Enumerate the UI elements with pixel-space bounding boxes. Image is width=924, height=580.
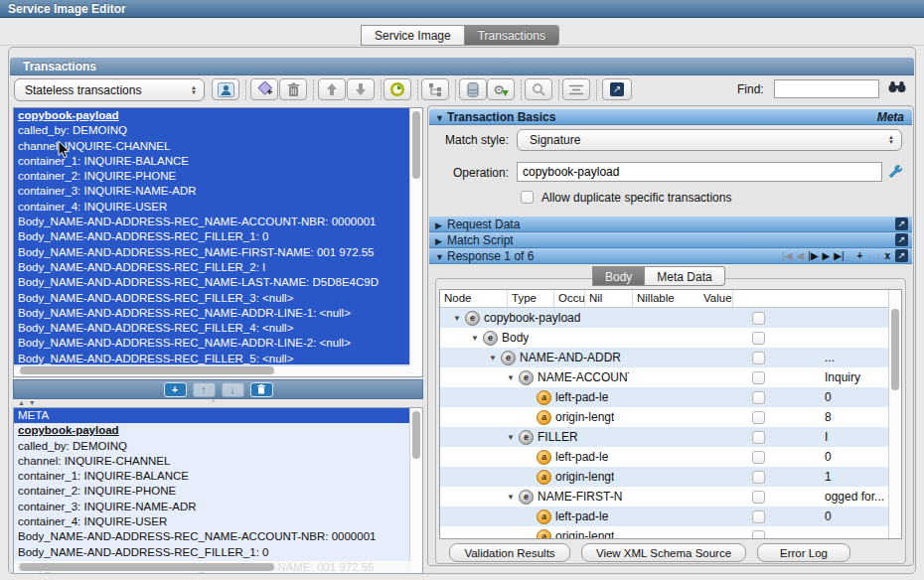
- add-transaction-button[interactable]: [250, 78, 278, 100]
- timing-button[interactable]: [384, 78, 411, 100]
- scrollbar-thumb[interactable]: [20, 563, 274, 571]
- move-response-up-icon[interactable]: ↑: [866, 248, 871, 264]
- data-store-button[interactable]: [459, 78, 487, 100]
- move-response-down-icon[interactable]: ↓: [875, 248, 880, 264]
- transaction-field-row[interactable]: copybook-payload: [14, 108, 410, 123]
- collapse-arrow-icon[interactable]: ▼: [435, 110, 447, 126]
- value-cell[interactable]: 0: [822, 390, 888, 404]
- value-cell[interactable]: 8: [822, 410, 888, 424]
- column-header[interactable]: Nil: [585, 290, 633, 307]
- tree-table-row[interactable]: ▼ a left-pad-le 0: [440, 387, 901, 407]
- move-row-down-button[interactable]: ↓: [222, 382, 244, 397]
- transaction-field-row[interactable]: container_3: INQUIRE-NAME-ADR: [14, 184, 410, 199]
- main-tab[interactable]: Service Image: [361, 25, 465, 46]
- splitter-collapse-icons[interactable]: ▲ ▼: [18, 399, 37, 406]
- scrollbar-thumb[interactable]: [891, 309, 899, 390]
- tree-table-row[interactable]: ▼ e NAME-AND-ADDR ...: [440, 348, 901, 367]
- transaction-field-row[interactable]: Body_NAME-AND-ADDRESS-REC_NAME-FIRST-NAM…: [14, 245, 410, 260]
- match-script-header[interactable]: ▶Match Script ↗: [429, 232, 912, 248]
- nil-checkbox[interactable]: [752, 471, 765, 484]
- response-header[interactable]: ▼Response 1 of 6 |◀ ◀ |▶ ▶ ▶| + ↑ ↓ x ↗: [429, 248, 912, 264]
- move-down-button[interactable]: [347, 78, 375, 100]
- open-external-button[interactable]: ↗: [602, 78, 632, 100]
- scrollbar-thumb[interactable]: [412, 411, 420, 459]
- delete-row-button[interactable]: [250, 382, 273, 397]
- response-tab[interactable]: Body: [592, 266, 645, 286]
- tree-view-button[interactable]: [421, 78, 449, 100]
- nil-checkbox[interactable]: [752, 451, 765, 464]
- expander-icon[interactable]: ▼: [507, 493, 519, 502]
- transaction-field-row[interactable]: container_4: INQUIRE-USER: [14, 200, 410, 215]
- nil-checkbox[interactable]: [752, 391, 765, 404]
- tree-table-row[interactable]: ▼ e NAME-ACCOUNT Inquiry: [440, 367, 901, 387]
- open-external-icon[interactable]: ↗: [895, 233, 908, 246]
- transaction-field-row[interactable]: Body_NAME-AND-ADDRESS-REC_FILLER_2: I: [14, 260, 410, 275]
- next-page-icon[interactable]: ▶: [823, 248, 831, 264]
- tree-table-row[interactable]: ▼ a origin-lengt 1: [440, 467, 901, 487]
- delete-response-icon[interactable]: x: [884, 248, 890, 264]
- nil-checkbox[interactable]: [752, 312, 765, 325]
- column-header[interactable]: Nillable: [633, 290, 699, 307]
- vertical-scrollbar[interactable]: [409, 408, 422, 574]
- value-cell[interactable]: I: [822, 430, 888, 444]
- nil-checkbox[interactable]: [752, 352, 765, 364]
- scrollbar-thumb[interactable]: [20, 366, 274, 374]
- transaction-field-row[interactable]: Body_NAME-AND-ADDRESS-REC_NAME-ADDR-LINE…: [14, 306, 410, 321]
- meta-field-row[interactable]: Body_NAME-AND-ADDRESS-REC_NAME-ACCOUNT-N…: [14, 529, 422, 544]
- meta-field-row[interactable]: Body_NAME-AND-ADDRESS-REC_FILLER_1: 0: [14, 545, 422, 560]
- response-tab[interactable]: Meta Data: [645, 266, 724, 286]
- horizontal-scrollbar[interactable]: [14, 364, 422, 376]
- horizontal-scrollbar[interactable]: [14, 561, 422, 573]
- value-cell[interactable]: 0: [822, 450, 888, 464]
- transaction-mode-dropdown[interactable]: Stateless transactions ▲▼: [14, 78, 205, 101]
- transaction-field-row[interactable]: Body_NAME-AND-ADDRESS-REC_FILLER_4: <nul…: [14, 321, 410, 336]
- column-header[interactable]: Value: [699, 290, 733, 307]
- tree-table-row[interactable]: ▼ a left-pad-le 0: [440, 507, 901, 526]
- transaction-field-row[interactable]: container_2: INQUIRE-PHONE: [14, 169, 410, 184]
- nil-checkbox[interactable]: [752, 491, 765, 504]
- expander-icon[interactable]: ▼: [507, 433, 519, 442]
- tree-table-row[interactable]: ▼ e Body: [440, 328, 901, 348]
- column-header[interactable]: Type: [508, 290, 554, 307]
- vertical-scrollbar[interactable]: [888, 290, 901, 538]
- delete-transaction-button[interactable]: [279, 78, 307, 100]
- wrench-icon[interactable]: [888, 164, 903, 179]
- collapse-arrow-icon[interactable]: ▼: [435, 249, 447, 265]
- transaction-field-row[interactable]: called_by: DEMOINQ: [14, 123, 410, 138]
- previous-page-icon[interactable]: ◀: [797, 248, 805, 264]
- main-tab[interactable]: Transactions: [465, 25, 559, 46]
- last-page-icon[interactable]: ▶|: [834, 248, 844, 264]
- transaction-field-row[interactable]: Body_NAME-AND-ADDRESS-REC_NAME-ADDR-LINE…: [14, 336, 410, 351]
- nil-checkbox[interactable]: [752, 431, 765, 444]
- column-header[interactable]: Occurs: [554, 290, 585, 307]
- nil-checkbox[interactable]: [752, 510, 765, 523]
- value-cell[interactable]: Inquiry: [822, 370, 888, 384]
- open-external-icon[interactable]: ↗: [895, 249, 908, 262]
- meta-field-row[interactable]: channel: INQUIRE-CHANNEL: [14, 454, 422, 469]
- vertical-scrollbar[interactable]: [409, 108, 422, 366]
- column-header[interactable]: Node: [440, 290, 508, 307]
- expander-icon[interactable]: ▼: [471, 334, 483, 343]
- validation-results-button[interactable]: Validation Results: [449, 543, 570, 562]
- find-input[interactable]: [774, 79, 879, 98]
- open-external-icon[interactable]: ↗: [895, 218, 908, 230]
- value-cell[interactable]: 0: [822, 509, 888, 523]
- tree-table-row[interactable]: ▼ a left-pad-le 0: [440, 447, 901, 467]
- meta-field-row[interactable]: called_by: DEMOINQ: [14, 439, 422, 454]
- pane-splitter[interactable]: ▲ ▼ ^: [13, 399, 423, 407]
- meta-field-row[interactable]: container_1: INQUIRE-BALANCE: [14, 469, 422, 484]
- binoculars-icon[interactable]: [888, 80, 906, 93]
- match-style-dropdown[interactable]: Signature ▲▼: [517, 129, 902, 151]
- expander-icon[interactable]: ▼: [507, 373, 519, 382]
- transaction-field-row[interactable]: channel: INQUIRE-CHANNEL: [14, 139, 410, 154]
- meta-field-row[interactable]: META: [14, 408, 410, 423]
- meta-field-row[interactable]: copybook-payload: [14, 423, 422, 438]
- align-button[interactable]: [562, 78, 590, 100]
- move-row-up-button[interactable]: ↑: [193, 382, 216, 397]
- collapse-arrow-icon[interactable]: ▶: [435, 233, 447, 249]
- tree-table-row[interactable]: ▼ e copybook-payload: [440, 308, 901, 328]
- tree-table-row[interactable]: ▼ a origin-lengt 8: [440, 407, 901, 427]
- current-page-icon[interactable]: |▶: [808, 248, 818, 264]
- generate-button[interactable]: ⚙: [487, 78, 515, 100]
- first-page-icon[interactable]: |◀: [782, 248, 792, 264]
